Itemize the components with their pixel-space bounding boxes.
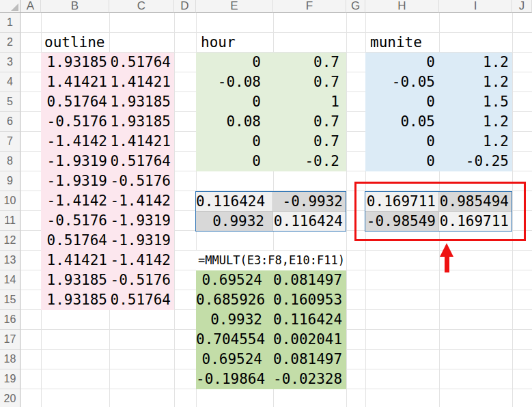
cell[interactable]: -1.9319 xyxy=(109,211,174,231)
column-header-A[interactable]: A xyxy=(20,0,41,13)
cell[interactable]: 1.2 xyxy=(439,53,512,72)
row-header-6[interactable]: 6 xyxy=(0,112,20,132)
row-header-13[interactable]: 13 xyxy=(0,251,20,270)
cell[interactable]: 0 xyxy=(365,92,439,112)
cell[interactable]: 0 xyxy=(196,53,273,72)
cell[interactable]: -1.9319 xyxy=(41,152,109,171)
cell[interactable]: -0.5176 xyxy=(41,211,109,231)
row-header-17[interactable]: 17 xyxy=(0,330,20,350)
cell[interactable]: 0 xyxy=(196,152,273,171)
cell[interactable]: 0 xyxy=(365,53,439,72)
select-all-button[interactable] xyxy=(0,0,20,13)
row-header-20[interactable]: 20 xyxy=(0,389,20,407)
row-header-15[interactable]: 15 xyxy=(0,290,20,310)
cell[interactable]: 0.116424 xyxy=(273,310,346,330)
cell[interactable]: 1.93185 xyxy=(41,290,109,310)
cell[interactable]: -1.4142 xyxy=(109,251,174,270)
cell[interactable]: 0.7 xyxy=(273,72,346,92)
cell[interactable]: 0 xyxy=(365,132,439,152)
cell[interactable]: 0.116424 xyxy=(196,192,272,211)
cell[interactable]: 1.2 xyxy=(439,132,512,152)
row-header-5[interactable]: 5 xyxy=(0,92,20,112)
column-header-I[interactable]: I xyxy=(439,0,512,13)
cell[interactable]: -1.9319 xyxy=(41,171,109,191)
cell[interactable]: 1.5 xyxy=(439,92,512,112)
cell[interactable]: 1.93185 xyxy=(109,92,174,112)
row-header-9[interactable]: 9 xyxy=(0,171,20,191)
cell[interactable]: 1.93185 xyxy=(41,270,109,290)
row-header-1[interactable]: 1 xyxy=(0,13,20,33)
cell[interactable]: 0.51764 xyxy=(109,53,174,72)
row-header-7[interactable]: 7 xyxy=(0,132,20,152)
cell[interactable]: -0.05 xyxy=(365,72,439,92)
row-header-4[interactable]: 4 xyxy=(0,72,20,92)
cell[interactable]: -0.2 xyxy=(273,152,346,171)
cell[interactable]: 0 xyxy=(196,92,273,112)
cell[interactable]: 0.69524 xyxy=(196,270,273,290)
cell[interactable]: 0.7 xyxy=(273,112,346,132)
cell[interactable]: 0.116424 xyxy=(273,212,346,231)
cell[interactable]: -1.4142 xyxy=(41,191,109,211)
row-header-19[interactable]: 19 xyxy=(0,369,20,389)
cell[interactable]: -1.4142 xyxy=(109,191,174,211)
formula-cell[interactable]: =MMULT(E3:F8,E10:F11) xyxy=(196,251,346,270)
row-header-3[interactable]: 3 xyxy=(0,53,20,72)
cell[interactable]: -0.9932 xyxy=(273,192,346,211)
row-header-16[interactable]: 16 xyxy=(0,310,20,330)
row-header-11[interactable]: 11 xyxy=(0,211,20,231)
cell[interactable]: 0.51764 xyxy=(41,231,109,251)
cell[interactable]: 1.93185 xyxy=(109,112,174,132)
column-header-H[interactable]: H xyxy=(365,0,439,13)
cell[interactable]: -0.5176 xyxy=(109,270,174,290)
cell[interactable]: 1.2 xyxy=(439,112,512,132)
cell[interactable]: 0.081497 xyxy=(273,270,346,290)
cell-hour-label[interactable]: hour xyxy=(196,33,278,53)
row-header-10[interactable]: 10 xyxy=(0,191,20,211)
cell[interactable]: 0.002041 xyxy=(273,330,346,350)
cell[interactable]: -0.5176 xyxy=(41,112,109,132)
column-header-G[interactable]: G xyxy=(346,0,365,13)
column-header-E[interactable]: E xyxy=(196,0,273,13)
cell[interactable]: -1.4142 xyxy=(41,132,109,152)
cell[interactable]: -0.5176 xyxy=(109,171,174,191)
cell-outline-label[interactable]: outline xyxy=(41,33,113,53)
row-header-12[interactable]: 12 xyxy=(0,231,20,251)
cell[interactable]: 0.7 xyxy=(273,53,346,72)
cell[interactable]: 0.69524 xyxy=(196,350,273,369)
cell[interactable]: 1.41421 xyxy=(41,72,109,92)
row-header-8[interactable]: 8 xyxy=(0,152,20,171)
cell[interactable]: 1 xyxy=(273,92,346,112)
cell[interactable]: 0.685926 xyxy=(196,290,273,310)
cell[interactable]: 0.160953 xyxy=(273,290,346,310)
cell[interactable]: -0.08 xyxy=(196,72,273,92)
cell[interactable]: 0.7 xyxy=(273,132,346,152)
cell[interactable]: 0.081497 xyxy=(273,350,346,369)
column-header-B[interactable]: B xyxy=(41,0,109,13)
cell[interactable]: 1.2 xyxy=(439,72,512,92)
cell[interactable]: 0 xyxy=(196,132,273,152)
cell[interactable]: 0.9932 xyxy=(196,310,273,330)
cell[interactable]: 0.51764 xyxy=(41,92,109,112)
cell[interactable]: 1.93185 xyxy=(41,53,109,72)
cell[interactable]: 1.41421 xyxy=(109,132,174,152)
row-header-2[interactable]: 2 xyxy=(0,33,20,53)
cell[interactable]: 0.08 xyxy=(196,112,273,132)
cell[interactable]: 1.41421 xyxy=(109,72,174,92)
cell[interactable]: -1.9319 xyxy=(109,231,174,251)
cell-munite-label[interactable]: munite xyxy=(365,33,444,53)
cell[interactable]: 0.9932 xyxy=(196,212,272,231)
row-header-14[interactable]: 14 xyxy=(0,270,20,290)
column-header-C[interactable]: C xyxy=(109,0,174,13)
row-header-18[interactable]: 18 xyxy=(0,350,20,369)
cell[interactable]: 0.704554 xyxy=(196,330,273,350)
cell[interactable]: 0.51764 xyxy=(109,152,174,171)
cell[interactable]: 1.41421 xyxy=(41,251,109,270)
cell[interactable]: -0.19864 xyxy=(196,369,273,389)
column-header-D[interactable]: D xyxy=(174,0,196,13)
cell[interactable]: 0.05 xyxy=(365,112,439,132)
cell[interactable]: -0.25 xyxy=(439,152,512,171)
cell[interactable]: 0.51764 xyxy=(109,290,174,310)
column-header-J[interactable]: J xyxy=(512,0,532,13)
cell[interactable]: -0.02328 xyxy=(273,369,346,389)
column-header-F[interactable]: F xyxy=(273,0,346,13)
